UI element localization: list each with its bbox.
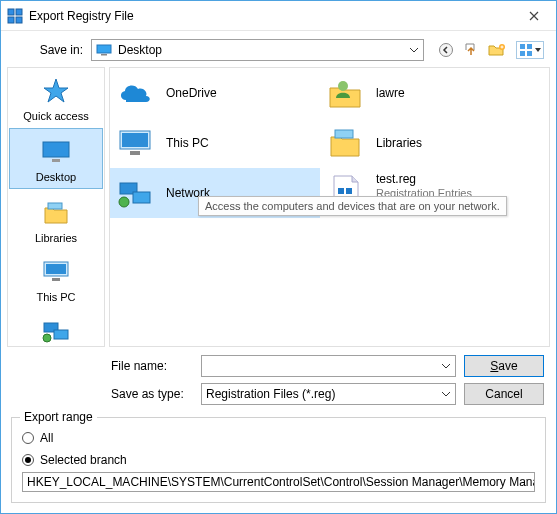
svg-point-6 <box>440 44 453 57</box>
svg-point-21 <box>338 81 348 91</box>
desktop-icon <box>96 44 112 56</box>
file-item-user[interactable]: lawre <box>320 68 530 118</box>
savetype-label: Save as type: <box>111 387 193 401</box>
svg-rect-30 <box>346 188 352 194</box>
svg-rect-12 <box>43 142 69 157</box>
svg-rect-5 <box>101 54 107 56</box>
sidebar-item-desktop[interactable]: Desktop <box>9 128 103 189</box>
sidebar-item-label: Libraries <box>35 232 77 244</box>
radio-selected-branch[interactable]: Selected branch <box>22 450 535 470</box>
branch-value: HKEY_LOCAL_MACHINE\SYSTEM\CurrentControl… <box>27 475 535 489</box>
branch-input[interactable]: HKEY_LOCAL_MACHINE\SYSTEM\CurrentControl… <box>22 472 535 492</box>
svg-rect-16 <box>46 264 66 274</box>
svg-rect-2 <box>8 17 14 23</box>
file-item-onedrive[interactable]: OneDrive <box>110 68 320 118</box>
libraries-icon <box>40 197 72 229</box>
file-item-label: This PC <box>166 136 209 151</box>
up-icon[interactable] <box>464 42 478 58</box>
back-icon[interactable] <box>438 42 454 58</box>
svg-rect-9 <box>527 44 532 49</box>
chevron-down-icon <box>409 47 419 53</box>
cancel-button[interactable]: Cancel <box>464 383 544 405</box>
file-item-label: Libraries <box>376 136 422 151</box>
this-pc-icon <box>114 122 156 164</box>
radio-icon <box>22 454 34 466</box>
user-folder-icon <box>324 72 366 114</box>
toolbar-icons <box>432 41 544 59</box>
main-area: Quick access Desktop Libraries This PC N… <box>1 65 556 349</box>
places-sidebar: Quick access Desktop Libraries This PC N… <box>7 67 105 347</box>
savein-row: Save in: Desktop <box>1 31 556 65</box>
svg-rect-17 <box>52 278 60 281</box>
tooltip: Access the computers and devices that ar… <box>198 196 507 216</box>
form-rows: File name: Save Save as type: Registrati… <box>1 349 556 413</box>
svg-rect-14 <box>48 203 62 209</box>
svg-rect-13 <box>52 159 60 162</box>
network-icon <box>114 172 156 214</box>
export-range-legend: Export range <box>20 410 97 424</box>
sidebar-item-network[interactable]: Network <box>8 308 104 347</box>
svg-point-20 <box>43 334 51 342</box>
svg-rect-24 <box>130 151 140 155</box>
svg-rect-27 <box>133 192 150 203</box>
this-pc-icon <box>40 256 72 288</box>
savein-label: Save in: <box>13 43 83 57</box>
svg-rect-4 <box>97 45 111 53</box>
sidebar-item-label: This PC <box>36 291 75 303</box>
svg-rect-1 <box>16 9 22 15</box>
new-folder-icon[interactable] <box>488 43 506 57</box>
svg-point-28 <box>119 197 129 207</box>
file-list[interactable]: OneDrive lawre This PC Libraries Network <box>109 67 550 347</box>
quick-access-icon <box>40 75 72 107</box>
onedrive-icon <box>114 72 156 114</box>
svg-rect-0 <box>8 9 14 15</box>
savetype-value: Registration Files (*.reg) <box>206 387 441 401</box>
network-icon <box>40 315 72 347</box>
file-item-label: OneDrive <box>166 86 217 101</box>
window-title: Export Registry File <box>29 9 514 23</box>
radio-all[interactable]: All <box>22 428 535 448</box>
export-range-group: Export range All Selected branch HKEY_LO… <box>11 417 546 503</box>
desktop-icon <box>40 136 72 168</box>
sidebar-item-libraries[interactable]: Libraries <box>8 190 104 249</box>
filename-input[interactable] <box>201 355 456 377</box>
sidebar-item-label: Desktop <box>36 171 76 183</box>
save-button[interactable]: Save <box>464 355 544 377</box>
libraries-icon <box>324 122 366 164</box>
sidebar-item-this-pc[interactable]: This PC <box>8 249 104 308</box>
view-menu-icon[interactable] <box>516 41 544 59</box>
regedit-icon <box>7 8 23 24</box>
svg-rect-8 <box>520 44 525 49</box>
svg-rect-10 <box>520 51 525 56</box>
titlebar: Export Registry File <box>1 1 556 31</box>
savetype-combo[interactable]: Registration Files (*.reg) <box>201 383 456 405</box>
svg-rect-25 <box>335 130 353 138</box>
chevron-down-icon <box>441 391 451 397</box>
file-item-libraries[interactable]: Libraries <box>320 118 530 168</box>
svg-rect-3 <box>16 17 22 23</box>
sidebar-item-label: Quick access <box>23 110 88 122</box>
savein-value: Desktop <box>118 43 403 57</box>
svg-rect-19 <box>54 330 68 339</box>
close-button[interactable] <box>514 2 554 30</box>
sidebar-item-quick-access[interactable]: Quick access <box>8 68 104 127</box>
file-item-label: lawre <box>376 86 405 101</box>
svg-rect-23 <box>122 133 148 147</box>
svg-rect-11 <box>527 51 532 56</box>
chevron-down-icon <box>441 363 451 369</box>
radio-icon <box>22 432 34 444</box>
svg-rect-29 <box>338 188 344 194</box>
file-item-label: test.reg <box>376 172 472 187</box>
filename-label: File name: <box>111 359 193 373</box>
file-item-this-pc[interactable]: This PC <box>110 118 320 168</box>
savein-combo[interactable]: Desktop <box>91 39 424 61</box>
